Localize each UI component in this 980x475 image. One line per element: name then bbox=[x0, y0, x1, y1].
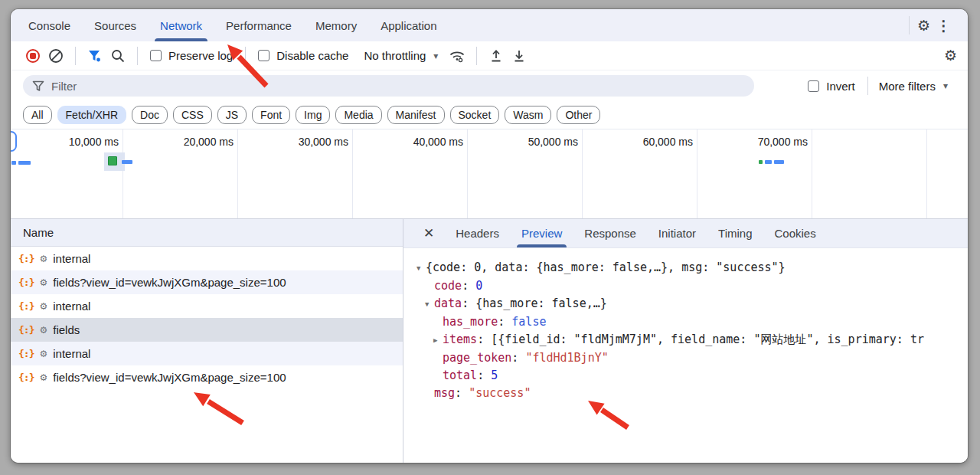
chevron-down-icon: ▾ bbox=[433, 51, 438, 61]
chip-media[interactable]: Media bbox=[335, 106, 381, 124]
json-text: {code: 0, data: {has_more: false,…}, msg… bbox=[426, 260, 786, 274]
json-line[interactable]: page_token: "fldHd1BjnY" bbox=[403, 349, 968, 367]
upload-icon bbox=[488, 48, 504, 64]
request-name: fields?view_id=vewkJwjXGm&page_size=100 bbox=[53, 276, 286, 289]
request-row[interactable]: {:} ⚙ internal bbox=[11, 294, 403, 318]
tab-cookies[interactable]: Cookies bbox=[770, 219, 821, 247]
time-label: 60,000 ms bbox=[601, 136, 693, 148]
invert-checkbox[interactable] bbox=[808, 80, 819, 92]
request-row-selected[interactable]: {:} ⚙ fields bbox=[11, 318, 403, 342]
json-line[interactable]: ▼data: {has_more: false,…} bbox=[403, 295, 968, 313]
tab-console[interactable]: Console bbox=[23, 9, 76, 41]
chip-manifest[interactable]: Manifest bbox=[387, 106, 445, 124]
chip-wasm[interactable]: Wasm bbox=[505, 106, 551, 124]
time-label: 10,000 ms bbox=[27, 136, 119, 148]
chip-js[interactable]: JS bbox=[217, 106, 247, 124]
waterfall-bar bbox=[18, 161, 31, 165]
chip-socket[interactable]: Socket bbox=[450, 106, 500, 124]
request-row[interactable]: {:} ⚙ internal bbox=[11, 247, 403, 270]
import-har-button[interactable] bbox=[485, 45, 508, 67]
network-overview-timeline[interactable]: 10,000 ms 20,000 ms 30,000 ms 40,000 ms … bbox=[11, 129, 968, 219]
tab-memory[interactable]: Memory bbox=[310, 9, 362, 41]
json-line[interactable]: ▶items: [{field_id: "fldMjmM7jM", field_… bbox=[403, 331, 968, 349]
clear-button[interactable] bbox=[44, 45, 67, 67]
name-column-header[interactable]: Name bbox=[11, 219, 403, 247]
chip-css[interactable]: CSS bbox=[173, 106, 212, 124]
tab-headers[interactable]: Headers bbox=[451, 219, 504, 247]
json-key: has_more bbox=[443, 315, 498, 329]
json-root-line[interactable]: ▼{code: 0, data: {has_more: false,…}, ms… bbox=[403, 259, 968, 277]
filter-funnel-icon bbox=[87, 48, 103, 64]
json-text: : {has_more: false,…} bbox=[462, 296, 607, 310]
tab-initiator[interactable]: Initiator bbox=[654, 219, 701, 247]
divider bbox=[137, 47, 138, 65]
divider bbox=[867, 77, 868, 95]
gear-icon: ⚙ bbox=[39, 254, 47, 264]
filter-row: Filter Invert More filters ▾ bbox=[11, 70, 968, 101]
gear-icon: ⚙ bbox=[39, 278, 47, 287]
json-string: "success" bbox=[469, 386, 531, 400]
tab-timing[interactable]: Timing bbox=[714, 219, 756, 247]
waterfall-bar bbox=[11, 161, 16, 165]
filter-input[interactable]: Filter bbox=[23, 75, 754, 97]
record-icon bbox=[26, 49, 40, 63]
record-button[interactable] bbox=[21, 45, 44, 67]
funnel-icon bbox=[32, 80, 44, 92]
json-preview-tree: ▼{code: 0, data: {has_more: false,…}, ms… bbox=[403, 248, 968, 463]
settings-gear-icon[interactable]: ⚙ bbox=[917, 18, 930, 33]
json-line[interactable]: has_more: false bbox=[403, 313, 968, 331]
json-key: code bbox=[434, 279, 462, 293]
request-type-filters: All Fetch/XHR Doc CSS JS Font Img Media … bbox=[11, 101, 968, 129]
tab-application[interactable]: Application bbox=[375, 9, 442, 41]
tab-preview[interactable]: Preview bbox=[517, 219, 567, 247]
main-tab-bar: Console Sources Network Performance Memo… bbox=[11, 9, 968, 41]
search-button[interactable] bbox=[106, 45, 129, 67]
preserve-log-checkbox[interactable] bbox=[150, 50, 162, 61]
overview-handle[interactable] bbox=[11, 131, 17, 152]
tab-network[interactable]: Network bbox=[155, 9, 207, 41]
chip-all[interactable]: All bbox=[23, 106, 52, 124]
disable-cache-checkbox[interactable] bbox=[258, 50, 270, 61]
network-main-area: Name {:} ⚙ internal {:} ⚙ fields?view_id… bbox=[11, 219, 968, 463]
filter-toggle-button[interactable] bbox=[83, 45, 106, 67]
chip-font[interactable]: Font bbox=[252, 106, 290, 124]
detail-tab-bar: ✕ Headers Preview Response Initiator Tim… bbox=[403, 219, 968, 248]
request-row[interactable]: {:} ⚙ fields?view_id=vewkJwjXGm&page_siz… bbox=[11, 365, 403, 389]
request-name: internal bbox=[53, 300, 90, 313]
gear-icon: ⚙ bbox=[39, 326, 47, 335]
network-conditions-button[interactable] bbox=[446, 45, 469, 67]
json-number: 5 bbox=[491, 369, 498, 382]
export-har-button[interactable] bbox=[508, 45, 531, 67]
network-toolbar: Preserve log Disable cache No throttling… bbox=[11, 41, 968, 70]
network-conditions-icon bbox=[448, 48, 466, 64]
request-row[interactable]: {:} ⚙ internal bbox=[11, 342, 403, 365]
throttling-value: No throttling bbox=[364, 49, 426, 62]
kebab-menu-icon[interactable]: ⋮ bbox=[930, 17, 957, 34]
throttling-select[interactable]: No throttling ▾ bbox=[364, 49, 438, 62]
chip-other[interactable]: Other bbox=[557, 106, 600, 124]
tab-performance[interactable]: Performance bbox=[220, 9, 297, 41]
json-line[interactable]: code: 0 bbox=[403, 277, 968, 295]
close-detail-button[interactable]: ✕ bbox=[416, 219, 442, 247]
json-braces-icon: {:} bbox=[18, 372, 34, 383]
download-icon bbox=[511, 48, 527, 64]
waterfall-bar bbox=[765, 160, 772, 164]
waterfall-bar bbox=[122, 160, 132, 164]
json-line[interactable]: msg: "success" bbox=[403, 385, 968, 402]
triangle-expanded-icon[interactable]: ▼ bbox=[416, 260, 426, 277]
gridline bbox=[926, 129, 927, 218]
more-filters-button[interactable]: More filters ▾ bbox=[879, 80, 948, 93]
gear-icon: ⚙ bbox=[39, 373, 47, 382]
chip-img[interactable]: Img bbox=[296, 106, 330, 124]
tab-sources[interactable]: Sources bbox=[89, 9, 142, 41]
request-row[interactable]: {:} ⚙ fields?view_id=vewkJwjXGm&page_siz… bbox=[11, 270, 403, 294]
chip-fetch-xhr[interactable]: Fetch/XHR bbox=[57, 106, 126, 124]
chip-doc[interactable]: Doc bbox=[132, 106, 168, 124]
json-line[interactable]: total: 5 bbox=[403, 367, 968, 385]
triangle-collapsed-icon[interactable]: ▶ bbox=[433, 332, 443, 349]
triangle-expanded-icon[interactable]: ▼ bbox=[425, 296, 434, 313]
tab-response[interactable]: Response bbox=[580, 219, 641, 247]
preserve-log-label: Preserve log bbox=[168, 49, 233, 62]
network-settings-gear-icon[interactable]: ⚙ bbox=[944, 48, 957, 63]
gridline bbox=[352, 129, 353, 218]
